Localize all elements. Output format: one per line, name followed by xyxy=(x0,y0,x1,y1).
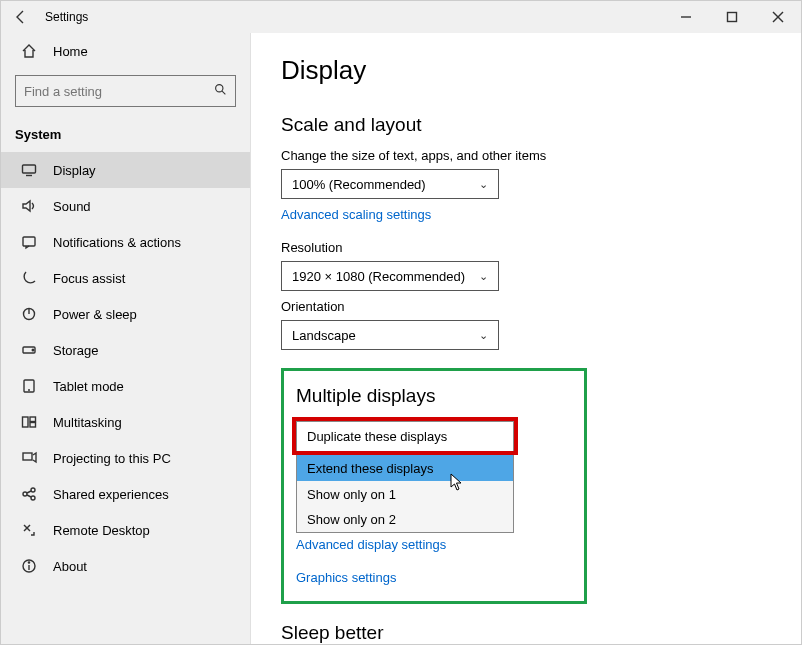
search-icon xyxy=(214,83,227,99)
sidebar-item-sound[interactable]: Sound xyxy=(1,188,250,224)
sidebar-item-notifications[interactable]: Notifications & actions xyxy=(1,224,250,260)
resolution-dropdown[interactable]: 1920 × 1080 (Recommended) ⌄ xyxy=(281,261,499,291)
window-title: Settings xyxy=(45,10,88,24)
search-box[interactable] xyxy=(15,75,236,107)
sidebar-item-label: Projecting to this PC xyxy=(53,451,171,466)
svg-line-23 xyxy=(27,495,31,497)
sidebar-item-shared-experiences[interactable]: Shared experiences xyxy=(1,476,250,512)
minimize-button[interactable] xyxy=(663,1,709,33)
orientation-label: Orientation xyxy=(281,299,771,314)
sidebar: Home System Display Sound Notifications … xyxy=(1,33,251,645)
multitasking-icon xyxy=(19,414,39,430)
maximize-button[interactable] xyxy=(709,1,755,33)
multi-option-show2[interactable]: Show only on 2 xyxy=(296,507,514,533)
svg-point-12 xyxy=(32,349,34,351)
scale-dropdown[interactable]: 100% (Recommended) ⌄ xyxy=(281,169,499,199)
sidebar-item-label: Storage xyxy=(53,343,99,358)
svg-line-22 xyxy=(27,491,31,493)
sidebar-section-header: System xyxy=(1,121,250,152)
shared-icon xyxy=(19,486,39,502)
sound-icon xyxy=(19,198,39,214)
sidebar-item-projecting[interactable]: Projecting to this PC xyxy=(1,440,250,476)
multiple-displays-heading: Multiple displays xyxy=(296,385,572,407)
svg-rect-6 xyxy=(23,165,36,173)
sidebar-item-label: Focus assist xyxy=(53,271,125,286)
multi-option-duplicate[interactable]: Duplicate these displays xyxy=(296,421,514,451)
sidebar-item-label: Remote Desktop xyxy=(53,523,150,538)
sidebar-item-focus-assist[interactable]: Focus assist xyxy=(1,260,250,296)
graphics-settings-link[interactable]: Graphics settings xyxy=(296,570,572,585)
orientation-value: Landscape xyxy=(292,328,356,343)
svg-point-21 xyxy=(31,496,35,500)
sleep-heading: Sleep better xyxy=(281,622,771,644)
svg-line-5 xyxy=(222,91,225,94)
close-button[interactable] xyxy=(755,1,801,33)
resolution-value: 1920 × 1080 (Recommended) xyxy=(292,269,465,284)
sidebar-item-tablet-mode[interactable]: Tablet mode xyxy=(1,368,250,404)
sidebar-item-about[interactable]: About xyxy=(1,548,250,584)
multi-option-extend[interactable]: Extend these displays xyxy=(296,455,514,481)
notifications-icon xyxy=(19,234,39,250)
scale-label: Change the size of text, apps, and other… xyxy=(281,148,771,163)
page-title: Display xyxy=(281,55,771,86)
orientation-dropdown[interactable]: Landscape ⌄ xyxy=(281,320,499,350)
scale-heading: Scale and layout xyxy=(281,114,771,136)
svg-rect-1 xyxy=(728,13,737,22)
home-icon xyxy=(19,43,39,59)
svg-rect-8 xyxy=(23,237,35,246)
sidebar-item-label: Tablet mode xyxy=(53,379,124,394)
svg-rect-16 xyxy=(30,417,36,422)
svg-point-19 xyxy=(23,492,27,496)
focus-assist-icon xyxy=(19,270,39,286)
svg-point-28 xyxy=(28,562,29,563)
svg-rect-15 xyxy=(23,417,29,427)
sidebar-item-power-sleep[interactable]: Power & sleep xyxy=(1,296,250,332)
projecting-icon xyxy=(19,450,39,466)
sidebar-item-label: Shared experiences xyxy=(53,487,169,502)
about-icon xyxy=(19,558,39,574)
svg-rect-17 xyxy=(30,423,36,428)
sidebar-item-display[interactable]: Display xyxy=(1,152,250,188)
svg-rect-18 xyxy=(23,453,32,460)
display-icon xyxy=(19,162,39,178)
sidebar-item-label: About xyxy=(53,559,87,574)
tablet-icon xyxy=(19,378,39,394)
sidebar-item-label: Notifications & actions xyxy=(53,235,181,250)
advanced-display-link[interactable]: Advanced display settings xyxy=(296,537,572,552)
content-pane: Display Scale and layout Change the size… xyxy=(251,33,801,645)
multi-option-show1[interactable]: Show only on 1 xyxy=(296,481,514,507)
sidebar-home-label: Home xyxy=(53,44,88,59)
sidebar-item-multitasking[interactable]: Multitasking xyxy=(1,404,250,440)
multiple-displays-dropdown[interactable]: Duplicate these displays Extend these di… xyxy=(296,421,514,533)
sidebar-item-label: Power & sleep xyxy=(53,307,137,322)
chevron-down-icon: ⌄ xyxy=(479,178,488,191)
svg-point-4 xyxy=(216,85,223,92)
sidebar-item-storage[interactable]: Storage xyxy=(1,332,250,368)
sidebar-item-label: Display xyxy=(53,163,96,178)
storage-icon xyxy=(19,342,39,358)
sidebar-item-label: Multitasking xyxy=(53,415,122,430)
multiple-displays-highlight: Multiple displays Duplicate these displa… xyxy=(281,368,587,604)
sidebar-item-remote-desktop[interactable]: Remote Desktop xyxy=(1,512,250,548)
back-button[interactable] xyxy=(1,1,41,33)
advanced-scaling-link[interactable]: Advanced scaling settings xyxy=(281,207,771,222)
search-input[interactable] xyxy=(24,84,214,99)
chevron-down-icon: ⌄ xyxy=(479,270,488,283)
scale-value: 100% (Recommended) xyxy=(292,177,426,192)
remote-desktop-icon xyxy=(19,522,39,538)
sidebar-home[interactable]: Home xyxy=(1,33,250,69)
resolution-label: Resolution xyxy=(281,240,771,255)
title-bar: Settings xyxy=(1,1,801,33)
chevron-down-icon: ⌄ xyxy=(479,329,488,342)
svg-point-20 xyxy=(31,488,35,492)
power-icon xyxy=(19,306,39,322)
sidebar-item-label: Sound xyxy=(53,199,91,214)
